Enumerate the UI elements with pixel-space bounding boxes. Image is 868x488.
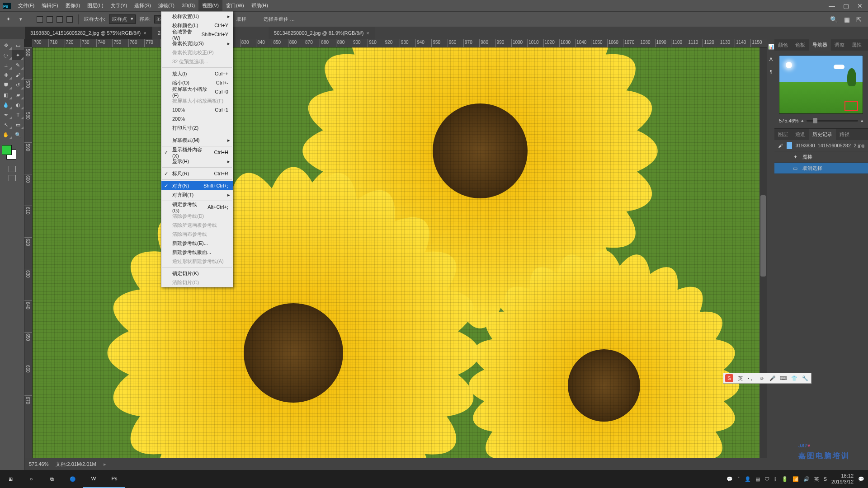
ime-logo-icon[interactable]: S <box>725 374 733 382</box>
sample-size-select[interactable]: 取样点 <box>109 14 136 24</box>
navigator-thumbnail[interactable] <box>779 55 863 114</box>
ime-punct-icon[interactable]: •， <box>747 374 755 382</box>
vertical-scrollbar[interactable] <box>760 47 767 469</box>
select-mask-btn[interactable]: 选择并遮住 … <box>264 16 295 23</box>
vertical-ruler[interactable]: 560570580590600610620630640650660670 <box>24 47 33 476</box>
tab-adjustments[interactable]: 调整 <box>831 39 848 51</box>
move-tool-icon[interactable]: ✥ <box>0 40 12 50</box>
taskview-icon[interactable]: ⧉ <box>42 470 62 488</box>
menu-item[interactable]: ✓标尺(R)Ctrl+R <box>161 169 233 178</box>
start-button[interactable]: ⊞ <box>0 470 21 488</box>
menu-item[interactable]: 放大(I)Ctrl++ <box>161 69 233 78</box>
chevron-down-icon[interactable]: ▾ <box>16 15 25 24</box>
histogram-icon[interactable]: 📊 <box>767 41 775 52</box>
history-row[interactable]: ▭ 取消选择 <box>774 163 868 174</box>
minimize-icon[interactable]: — <box>829 2 835 9</box>
menu-item[interactable]: 新建参考线版面... <box>161 248 233 257</box>
ime-lang[interactable]: 英 <box>736 374 744 382</box>
ime-voice-icon[interactable]: 🎤 <box>769 374 777 382</box>
eyedropper-tool-icon[interactable]: ✎ <box>12 60 24 70</box>
magic-wand-tool-icon[interactable]: ✦ <box>12 50 24 60</box>
search-icon[interactable]: 🔍 <box>830 16 838 23</box>
zoom-in-icon[interactable]: ▴ <box>861 117 863 123</box>
mode-new-icon[interactable] <box>37 16 43 23</box>
zoom-status[interactable]: 575.46% <box>29 461 48 467</box>
tab-swatches[interactable]: 色板 <box>792 39 809 51</box>
close-icon[interactable]: ✕ <box>857 2 863 9</box>
zoom-tool-icon[interactable]: 🔍 <box>12 130 24 140</box>
menu-file[interactable]: 文件(F) <box>14 0 38 11</box>
menu-item[interactable]: 色域警告(W)Shift+Ctrl+Y <box>161 30 233 39</box>
horizontal-ruler[interactable]: 7007107207307407507607707807908008108208… <box>33 39 767 47</box>
tab-channels[interactable]: 通道 <box>792 129 809 140</box>
mode-add-icon[interactable] <box>47 16 53 23</box>
workspace-icon[interactable]: ▦ <box>844 16 850 23</box>
history-brush-icon[interactable]: ↺ <box>12 80 24 90</box>
tab-history[interactable]: 历史记录 <box>809 129 836 140</box>
tray-bt-icon[interactable]: ᛒ <box>774 476 777 482</box>
menu-3d[interactable]: 3D(D) <box>178 0 198 11</box>
menu-item[interactable]: ✓对齐(N)Shift+Ctrl+; <box>161 181 233 190</box>
photoshop-taskbar-icon[interactable]: Ps <box>104 470 125 488</box>
close-icon[interactable]: × <box>143 30 146 36</box>
notifications-icon[interactable]: 💬 <box>858 476 864 482</box>
blur-tool-icon[interactable]: 💧 <box>0 100 12 110</box>
tray-ime-icon[interactable]: 英 <box>814 476 819 483</box>
menu-help[interactable]: 帮助(H) <box>248 0 272 11</box>
clock[interactable]: 18:12 2019/3/12 <box>831 473 854 485</box>
menu-edit[interactable]: 编辑(E) <box>38 0 62 11</box>
navigator-viewport-box[interactable] <box>844 101 858 111</box>
current-tool-icon[interactable]: ✦ <box>4 15 13 24</box>
close-icon[interactable]: × <box>366 30 369 36</box>
menu-item[interactable]: 锁定参考线(G)Alt+Ctrl+; <box>161 202 233 211</box>
tab-layers[interactable]: 图层 <box>774 129 792 140</box>
menu-item[interactable]: 屏幕模式(M)▸ <box>161 136 233 145</box>
tray-people-icon[interactable]: 👤 <box>745 476 751 482</box>
tray-battery-icon[interactable]: 🔋 <box>782 476 788 482</box>
tray-volume-icon[interactable]: 🔊 <box>803 476 810 482</box>
tab-doc-3[interactable]: 501348250000_2.jpg @ 81.9%(RGB/8#) × <box>269 27 375 39</box>
shape-tool-icon[interactable]: ▭ <box>12 120 24 130</box>
heal-tool-icon[interactable]: ✚ <box>0 70 12 80</box>
menu-item[interactable]: 像素长宽比(S)▸ <box>161 39 233 48</box>
canvas[interactable] <box>33 47 767 476</box>
dodge-tool-icon[interactable]: ◐ <box>12 100 24 110</box>
tray-defender-icon[interactable]: 🛡 <box>764 476 769 482</box>
zoom-out-icon[interactable]: ▴ <box>801 117 804 123</box>
menu-view[interactable]: 视图(V) <box>198 0 222 11</box>
tray-wechat-icon[interactable]: 💬 <box>726 476 733 482</box>
history-row[interactable]: ✦ 魔棒 <box>774 151 868 163</box>
ime-skin-icon[interactable]: 👕 <box>790 374 798 382</box>
menu-select[interactable]: 选择(S) <box>131 0 155 11</box>
menu-item[interactable]: 打印尺寸(Z) <box>161 123 233 132</box>
menu-item[interactable]: 按屏幕大小缩放(F)Ctrl+0 <box>161 87 233 96</box>
gradient-tool-icon[interactable]: ▰ <box>12 90 24 100</box>
color-swatches[interactable] <box>0 143 24 161</box>
path-tool-icon[interactable]: ↖ <box>0 120 12 130</box>
cortana-icon[interactable]: ○ <box>21 470 42 488</box>
ime-emoji-icon[interactable]: ☺ <box>758 374 766 382</box>
menu-type[interactable]: 文字(Y) <box>107 0 131 11</box>
zoom-slider[interactable] <box>807 120 858 122</box>
ime-keyboard-icon[interactable]: ⌨ <box>779 374 788 382</box>
tray-s-icon[interactable]: S <box>824 476 827 482</box>
type-tool-icon[interactable]: T <box>12 110 24 120</box>
screenmode-icon[interactable] <box>9 175 16 181</box>
tray-wifi-icon[interactable]: 📶 <box>793 476 799 482</box>
menu-item[interactable]: 200% <box>161 114 233 123</box>
ime-tool-icon[interactable]: 🔧 <box>801 374 809 382</box>
ime-toolbar[interactable]: S 英 •， ☺ 🎤 ⌨ 👕 🔧 <box>723 373 811 384</box>
tab-color[interactable]: 颜色 <box>774 39 792 51</box>
artboard-tool-icon[interactable]: ▭ <box>12 40 24 50</box>
history-row[interactable]: 🖌 3193830_141516005282_2.jpg <box>774 140 868 151</box>
tab-paths[interactable]: 路径 <box>836 129 853 140</box>
mode-sub-icon[interactable] <box>57 16 63 23</box>
menu-filter[interactable]: 滤镜(T) <box>155 0 178 11</box>
tray-menu-icon[interactable]: ▤ <box>755 476 760 482</box>
menu-item[interactable]: 锁定切片(K) <box>161 269 233 278</box>
tab-properties[interactable]: 属性 <box>848 39 865 51</box>
word-icon[interactable]: W <box>83 470 104 488</box>
eraser-tool-icon[interactable]: ◧ <box>0 90 12 100</box>
sample-btn[interactable]: 取样 <box>236 16 246 23</box>
doc-info[interactable]: 文档:2.01M/2.01M <box>56 461 96 468</box>
